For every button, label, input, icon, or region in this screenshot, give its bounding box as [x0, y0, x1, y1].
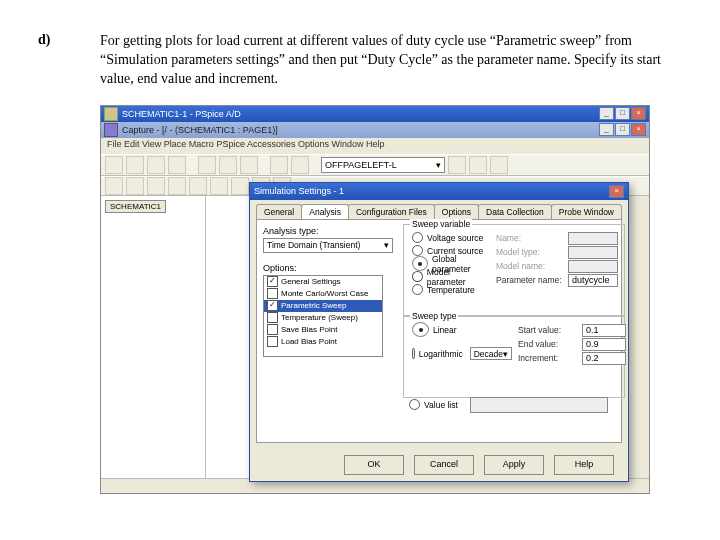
- tab-config[interactable]: Configuration Files: [348, 204, 435, 219]
- tool-icon[interactable]: [210, 177, 228, 195]
- close-button[interactable]: ×: [631, 123, 646, 136]
- tab-options[interactable]: Options: [434, 204, 479, 219]
- end-value-input[interactable]: 0.9: [582, 338, 626, 351]
- cancel-button[interactable]: Cancel: [414, 455, 474, 475]
- increment-input[interactable]: 0.2: [582, 352, 626, 365]
- tab-data[interactable]: Data Collection: [478, 204, 552, 219]
- capture-icon: [104, 123, 118, 137]
- options-list[interactable]: ✓General Settings Monte Carlo/Worst Case…: [263, 275, 383, 357]
- tool-icon[interactable]: [231, 177, 249, 195]
- tool-icon[interactable]: [126, 177, 144, 195]
- start-value-input[interactable]: 0.1: [582, 324, 626, 337]
- pspice-titlebar: SCHEMATIC1-1 - PSpice A/D _ □ ×: [101, 106, 649, 122]
- radio-linear[interactable]: Linear: [412, 324, 512, 336]
- pspice-title: SCHEMATIC1-1 - PSpice A/D: [122, 109, 241, 119]
- minimize-button[interactable]: _: [599, 107, 614, 120]
- close-button[interactable]: ×: [631, 107, 646, 120]
- tool-icon[interactable]: [168, 177, 186, 195]
- tool-icon[interactable]: [147, 177, 165, 195]
- help-button[interactable]: Help: [554, 455, 614, 475]
- radio-voltage[interactable]: Voltage source: [412, 232, 490, 244]
- simulation-settings-dialog: Simulation Settings - 1 × General Analys…: [249, 182, 629, 482]
- capture-title: Capture - [/ - (SCHEMATIC1 : PAGE1)]: [122, 125, 278, 135]
- menubar[interactable]: File Edit View Place Macro PSpice Access…: [101, 138, 649, 154]
- instruction-text: For getting plots for load current at di…: [100, 32, 680, 89]
- tool-icon[interactable]: [189, 177, 207, 195]
- checkbox-icon[interactable]: [267, 336, 278, 347]
- list-item[interactable]: ✓Parametric Sweep: [264, 300, 382, 312]
- maximize-button[interactable]: □: [615, 107, 630, 120]
- close-icon[interactable]: ×: [609, 185, 624, 198]
- dialog-title: Simulation Settings - 1: [254, 186, 344, 196]
- checkbox-icon[interactable]: ✓: [267, 276, 278, 287]
- model-type-input: [568, 246, 618, 259]
- tool-icon[interactable]: [469, 156, 487, 174]
- item-label: d): [38, 32, 100, 89]
- log-select[interactable]: Decade▾: [470, 347, 512, 360]
- group-label: Sweep variable: [410, 219, 472, 229]
- toolbar: OFFPAGELEFT-L▾: [101, 154, 649, 176]
- ok-button[interactable]: OK: [344, 455, 404, 475]
- list-item[interactable]: Temperature (Sweep): [264, 312, 382, 324]
- list-item[interactable]: Save Bias Point: [264, 324, 382, 336]
- name-input: [568, 232, 618, 245]
- tool-icon[interactable]: [270, 156, 288, 174]
- options-label: Options:: [263, 263, 393, 273]
- sweep-type-group: Sweep type Linear Logarithmic Decade▾ St…: [403, 316, 625, 398]
- tool-icon[interactable]: [291, 156, 309, 174]
- tab-general[interactable]: General: [256, 204, 302, 219]
- minimize-button[interactable]: _: [599, 123, 614, 136]
- apply-button[interactable]: Apply: [484, 455, 544, 475]
- tree-item[interactable]: SCHEMATIC1: [105, 200, 166, 213]
- tool-icon[interactable]: [105, 156, 123, 174]
- tool-icon[interactable]: [105, 177, 123, 195]
- capture-titlebar: Capture - [/ - (SCHEMATIC1 : PAGE1)] _ □…: [101, 122, 649, 138]
- list-item[interactable]: Load Bias Point: [264, 336, 382, 348]
- radio-model[interactable]: Model parameter: [412, 271, 490, 283]
- radio-log[interactable]: Logarithmic Decade▾: [412, 348, 512, 360]
- tab-probe[interactable]: Probe Window: [551, 204, 622, 219]
- group-label: Sweep type: [410, 311, 458, 321]
- tab-analysis[interactable]: Analysis: [301, 204, 349, 219]
- tool-icon[interactable]: [198, 156, 216, 174]
- valuelist-input: [470, 397, 608, 413]
- tool-icon[interactable]: [448, 156, 466, 174]
- tool-icon[interactable]: [240, 156, 258, 174]
- model-name-input: [568, 260, 618, 273]
- parameter-name-input[interactable]: dutycycle: [568, 274, 618, 287]
- part-combo[interactable]: OFFPAGELEFT-L▾: [321, 157, 445, 173]
- list-item[interactable]: Monte Carlo/Worst Case: [264, 288, 382, 300]
- screenshot: SCHEMATIC1-1 - PSpice A/D _ □ × Capture …: [100, 105, 650, 494]
- analysis-type-label: Analysis type:: [263, 226, 393, 236]
- maximize-button[interactable]: □: [615, 123, 630, 136]
- sweep-variable-group: Sweep variable Voltage source Current so…: [403, 224, 625, 316]
- analysis-type-select[interactable]: Time Domain (Transient)▾: [263, 238, 393, 253]
- tool-icon[interactable]: [168, 156, 186, 174]
- checkbox-icon[interactable]: [267, 288, 278, 299]
- tool-icon[interactable]: [219, 156, 237, 174]
- tool-icon[interactable]: [490, 156, 508, 174]
- app-icon: [104, 107, 118, 121]
- checkbox-icon[interactable]: [267, 312, 278, 323]
- project-tree[interactable]: SCHEMATIC1: [101, 196, 206, 478]
- list-item[interactable]: ✓General Settings: [264, 276, 382, 288]
- tool-icon[interactable]: [147, 156, 165, 174]
- tool-icon[interactable]: [126, 156, 144, 174]
- checkbox-icon[interactable]: [267, 324, 278, 335]
- tab-strip: General Analysis Configuration Files Opt…: [256, 204, 628, 219]
- checkbox-icon[interactable]: ✓: [267, 300, 278, 311]
- radio-valuelist[interactable]: Value list: [409, 399, 608, 411]
- dialog-titlebar: Simulation Settings - 1 ×: [250, 183, 628, 200]
